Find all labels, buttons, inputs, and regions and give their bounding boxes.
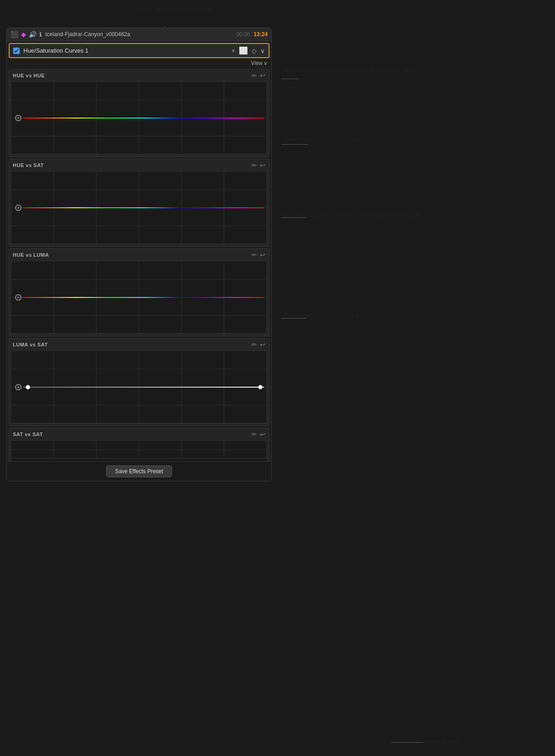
- arrow-control-point: [281, 144, 308, 145]
- curve-title-luma-vs-sat: LUMA vs SAT: [13, 342, 48, 347]
- curve-actions-hue-vs-luma: ✏ ↩: [252, 251, 265, 259]
- toolbar: ⬛ ◆ 🔊 ℹ Iceland-Fjadrar-Canyon_v000462a …: [7, 28, 271, 41]
- effect-name-dropdown[interactable]: ∨: [232, 48, 235, 54]
- rainbow-line-hue-vs-sat: [23, 207, 264, 208]
- film-icon[interactable]: ⬛: [11, 31, 18, 38]
- audio-icon[interactable]: 🔊: [29, 31, 37, 38]
- control-point-left[interactable]: [26, 385, 30, 389]
- curve-actions-hue-vs-sat: ✏ ↩: [252, 162, 265, 169]
- bottom-bar: Save Effects Preset: [7, 461, 271, 481]
- timecode-zero: 00:00: [236, 31, 250, 38]
- curve-title-hue-vs-hue: HUE vs HUE: [13, 73, 45, 78]
- luma-line-luma-vs-sat: [23, 387, 264, 388]
- curve-header-sat-vs-sat: SAT vs SAT ✏ ↩: [9, 428, 269, 440]
- effect-menu-dropdown[interactable]: ∨: [260, 47, 265, 54]
- main-panel: ⬛ ◆ 🔊 ℹ Iceland-Fjadrar-Canyon_v000462a …: [6, 27, 272, 481]
- curve-actions-luma-vs-sat: ✏ ↩: [252, 341, 265, 348]
- reset-btn-hue-vs-luma[interactable]: ↩: [260, 251, 265, 259]
- curve-section-hue-vs-hue: HUE vs HUE ✏ ↩: [9, 69, 269, 157]
- eyedropper-btn-sat-vs-sat[interactable]: ✏: [252, 431, 257, 438]
- effect-header-icons: ⬜ ◇ ∨: [239, 46, 265, 55]
- curve-section-luma-vs-sat: LUMA vs SAT ✏ ↩: [9, 338, 269, 426]
- effect-checkbox[interactable]: [13, 48, 20, 54]
- view-chevron-icon: ∨: [264, 60, 268, 66]
- reset-btn-hue-vs-sat[interactable]: ↩: [260, 162, 265, 169]
- curve-canvas-luma-vs-sat[interactable]: [11, 351, 267, 424]
- arrow-eyedropper: [281, 217, 306, 218]
- curve-header-hue-vs-sat: HUE vs SAT ✏ ↩: [9, 159, 269, 171]
- annotation-choose-color: Choose or add color corrections.: [124, 5, 213, 14]
- rainbow-line-hue-vs-hue: [23, 118, 264, 119]
- curve-actions-sat-vs-sat: ✏ ↩: [252, 431, 265, 438]
- toolbar-icons: ⬛ ◆ 🔊 ℹ: [11, 31, 42, 38]
- annotation-eyedropper: Click the eyedropper to select a color i…: [284, 211, 423, 220]
- curve-origin-dot-hue-vs-sat: [15, 205, 22, 211]
- curve-title-hue-vs-luma: HUE vs LUMA: [13, 252, 49, 258]
- annotation-switch-view: Switch between single-curve and six-curv…: [284, 65, 416, 75]
- annotation-control-point: Click to add a control point. Drag to ad…: [284, 135, 427, 144]
- curve-header-hue-vs-hue: HUE vs HUE ✏ ↩: [9, 70, 269, 81]
- curve-actions-hue-vs-hue: ✏ ↩: [252, 72, 265, 79]
- eyedropper-btn-hue-vs-luma[interactable]: ✏: [252, 251, 257, 259]
- curve-origin-dot-hue-vs-hue: [15, 115, 22, 121]
- mask-icon[interactable]: ⬜: [239, 46, 248, 55]
- curve-section-hue-vs-sat: HUE vs SAT ✏ ↩: [9, 159, 269, 247]
- curve-header-luma-vs-sat: LUMA vs SAT ✏ ↩: [9, 339, 269, 351]
- reset-btn-hue-vs-hue[interactable]: ↩: [260, 72, 265, 79]
- curve-canvas-hue-vs-luma[interactable]: [11, 261, 267, 334]
- eyedropper-btn-luma-vs-sat[interactable]: ✏: [252, 341, 257, 348]
- curve-title-hue-vs-sat: HUE vs SAT: [13, 162, 44, 168]
- filename-label: Iceland-Fjadrar-Canyon_v000462a: [45, 31, 232, 38]
- control-point-right[interactable]: [258, 385, 263, 389]
- arrow-switch-view: [281, 79, 299, 79]
- annotation-create-preset: Create an effects preset.: [393, 737, 461, 746]
- save-effects-preset-button[interactable]: Save Effects Preset: [106, 465, 172, 477]
- arrow-create-preset: [391, 742, 423, 743]
- timecode-main: 13:24: [253, 31, 268, 38]
- curve-title-sat-vs-sat: SAT vs SAT: [13, 432, 43, 437]
- effect-header: Hue/Saturation Curves 1 ∨ ⬜ ◇ ∨: [9, 43, 269, 58]
- arrow-reset: [281, 318, 306, 319]
- eyedropper-btn-hue-vs-hue[interactable]: ✏: [252, 72, 257, 79]
- curve-origin-dot-hue-vs-luma: [15, 294, 22, 301]
- view-button[interactable]: View ∨: [251, 60, 268, 66]
- rainbow-line-hue-vs-luma: [23, 297, 264, 298]
- keyframe-icon[interactable]: ◇: [252, 47, 257, 54]
- color-icon[interactable]: ◆: [21, 31, 26, 38]
- effect-name: Hue/Saturation Curves 1: [23, 47, 228, 54]
- curve-canvas-hue-vs-hue[interactable]: [11, 81, 267, 155]
- curve-header-hue-vs-luma: HUE vs LUMA ✏ ↩: [9, 249, 269, 261]
- curve-origin-dot-luma-vs-sat: [15, 384, 22, 390]
- info-icon[interactable]: ℹ: [39, 31, 42, 38]
- reset-btn-luma-vs-sat[interactable]: ↩: [260, 341, 265, 348]
- view-bar: View ∨: [7, 58, 271, 68]
- curve-section-hue-vs-luma: HUE vs LUMA ✏ ↩: [9, 248, 269, 336]
- annotation-reset: Reset the adjustments for a curve.: [284, 311, 378, 320]
- curve-canvas-hue-vs-sat[interactable]: [11, 171, 267, 244]
- reset-btn-sat-vs-sat[interactable]: ↩: [260, 431, 265, 438]
- eyedropper-btn-hue-vs-sat[interactable]: ✏: [252, 162, 257, 169]
